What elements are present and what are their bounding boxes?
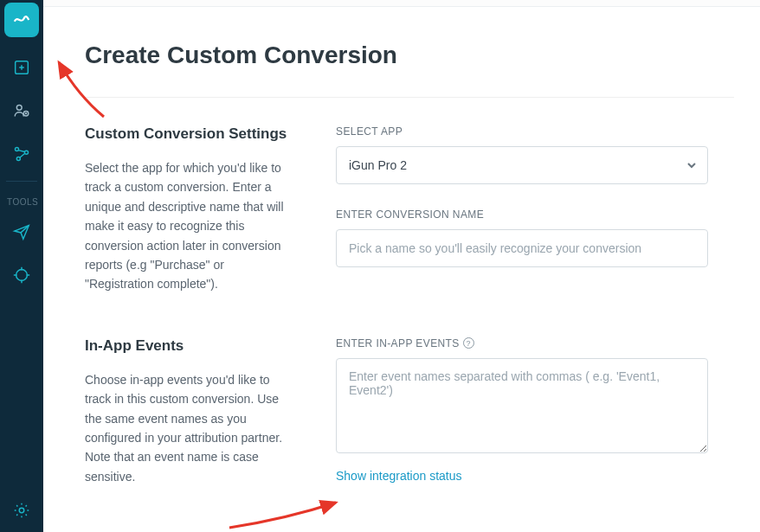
events-heading: In-App Events	[85, 337, 293, 355]
sidebar-tools-label: TOOLS	[0, 187, 43, 210]
integration-status-link[interactable]: Show integration status	[336, 469, 462, 483]
send-icon[interactable]	[0, 210, 43, 253]
conversion-name-label: ENTER CONVERSION NAME	[336, 208, 708, 221]
conversion-name-input[interactable]	[336, 229, 708, 267]
target-icon[interactable]	[0, 253, 43, 297]
events-description: Choose in-app events you'd like to track…	[85, 370, 293, 486]
page-title: Create Custom Conversion	[85, 42, 734, 69]
sidebar-divider	[6, 181, 37, 182]
main-content: Create Custom Conversion Custom Conversi…	[43, 0, 760, 532]
create-icon[interactable]	[0, 46, 43, 89]
select-app-dropdown[interactable]: iGun Pro 2	[336, 146, 708, 184]
events-field-label: ENTER IN-APP EVENTS ?	[336, 337, 708, 349]
sidebar: TOOLS	[0, 0, 43, 532]
select-app-label: SELECT APP	[336, 125, 708, 138]
svg-point-6	[16, 270, 28, 281]
settings-icon[interactable]	[0, 489, 43, 532]
settings-section: Custom Conversion Settings Select the ap…	[85, 125, 734, 294]
help-icon[interactable]: ?	[463, 337, 474, 349]
section-divider	[85, 97, 734, 98]
svg-point-1	[16, 105, 22, 110]
connections-icon[interactable]	[0, 132, 43, 176]
svg-point-7	[19, 508, 24, 513]
top-strip	[43, 0, 760, 7]
settings-heading: Custom Conversion Settings	[85, 125, 293, 143]
audiences-icon[interactable]	[0, 89, 43, 132]
events-textarea[interactable]	[336, 358, 708, 453]
svg-point-3	[15, 147, 18, 151]
settings-description: Select the app for which you'd like to t…	[85, 158, 293, 294]
events-section: In-App Events Choose in-app events you'd…	[85, 337, 734, 486]
app-logo[interactable]	[4, 3, 39, 37]
